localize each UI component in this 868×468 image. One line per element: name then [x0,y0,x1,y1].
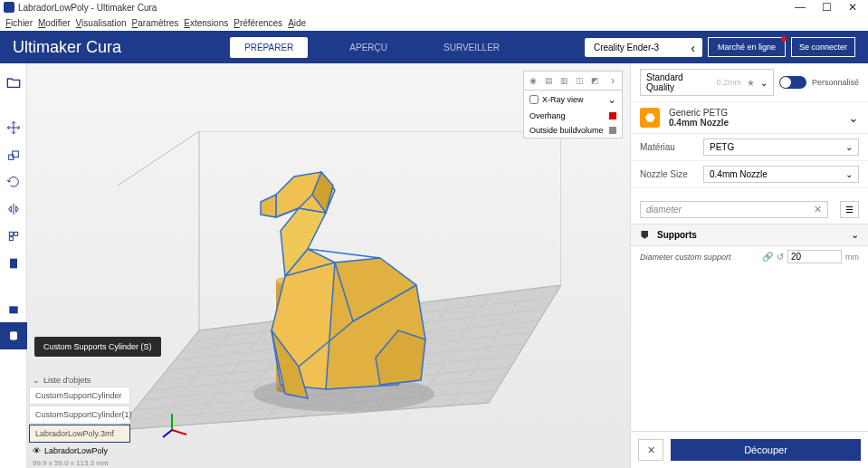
chevron-down-icon: ⌄ [845,142,853,152]
nozzle-label: Nozzle Size [640,169,696,179]
connect-button[interactable]: Se connecter [791,37,855,57]
xray-checkbox[interactable] [529,95,539,104]
list-item[interactable]: CustomSupportCylinder [29,387,130,405]
svg-rect-2 [9,232,13,235]
tooltip: Custom Supports Cylinder (S) [34,337,161,357]
view-type-xray-icon[interactable]: ▤ [542,74,555,87]
svg-rect-4 [9,237,13,241]
view-type-5-icon[interactable]: ◩ [588,74,601,87]
chevron-down-icon: ⌄ [851,229,859,241]
svg-line-55 [172,430,186,435]
custom-toggle-label: Personnalisé [812,78,859,87]
object-dimensions: 99.9 x 59.0 x 113.3 mm [29,458,130,468]
nozzle-dropdown[interactable]: 0.4mm Nozzle⌄ [703,166,859,183]
menu-settings[interactable]: Paramètres [132,18,179,28]
outside-label: Outside buildvolume [529,126,606,135]
list-item[interactable]: CustomSupportCylinder(1) [29,406,130,424]
supports-category[interactable]: ⛊ Supports ⌄ [631,224,868,246]
xray-label: X-Ray view [542,95,604,104]
overhang-label: Overhang [529,111,606,120]
chevron-down-icon: ⌄ [33,376,40,385]
rotate-tool[interactable] [0,168,27,196]
clear-search-icon[interactable]: ✕ [814,204,822,215]
diameter-input[interactable] [787,250,842,263]
svg-rect-5 [10,259,17,269]
settings-search-input[interactable] [640,201,828,218]
custom-support-cylinder-tool[interactable] [0,322,27,349]
scale-tool[interactable] [0,141,27,168]
maximize-icon[interactable]: ☐ [822,1,832,14]
slice-button[interactable]: Découper [671,439,861,461]
eye-icon[interactable]: 👁 [33,446,41,455]
menu-bar: Fichier Modifier Visualisation Paramètre… [0,14,868,31]
object-list-header[interactable]: ⌄ Liste d'objets [29,374,130,387]
svg-rect-6 [9,306,17,313]
recommended-settings-button[interactable]: ✕ [638,439,663,461]
chevron-down-icon: ⌄ [845,169,853,179]
material-expand-icon[interactable]: ⌄ [848,110,859,125]
window-title: LabradorLowPoly - Ultimaker Cura [18,3,795,13]
stage-preview[interactable]: APERÇU [335,37,402,58]
menu-file[interactable]: Fichier [5,18,33,28]
menu-view[interactable]: Visualisation [76,18,127,28]
svg-line-56 [163,430,172,437]
support-icon: ⛊ [640,230,650,241]
view-type-chevron-icon[interactable]: › [606,74,619,87]
move-tool[interactable] [0,114,27,141]
reset-icon[interactable]: ↺ [777,252,784,262]
chevron-down-icon[interactable]: ⌄ [607,93,616,106]
svg-line-11 [118,131,199,186]
view-type-layer-icon[interactable]: ▥ [558,74,570,87]
per-model-tool[interactable] [0,223,27,250]
view-options-panel: ◉ ▤ ▥ ◫ ◩ › X-Ray view ⌄ Overhang Outsid… [523,71,623,138]
labrador-model [261,172,425,398]
open-file-tool[interactable] [0,69,27,96]
custom-toggle[interactable] [779,76,806,89]
unit-label: mm [845,253,859,262]
star-icon: ★ [747,78,755,88]
chevron-down-icon: ⌄ [760,78,768,88]
menu-edit[interactable]: Modifier [38,18,71,28]
menu-help[interactable]: Aide [288,18,306,28]
profile-dropdown[interactable]: Standard Quality 0.2mm ★ ⌄ [640,69,774,96]
material-label: Matériau [640,142,696,152]
view-type-4-icon[interactable]: ◫ [573,74,586,87]
custom-support-cube-tool[interactable] [0,295,27,322]
viewport-3d[interactable]: ◉ ▤ ▥ ◫ ◩ › X-Ray view ⌄ Overhang Outsid… [27,63,630,468]
link-icon[interactable]: 🔗 [762,252,773,262]
extruder-icon: ⬣ [640,108,660,128]
menu-extensions[interactable]: Extensions [184,18,228,28]
support-blocker-tool[interactable] [0,250,27,277]
list-item[interactable]: LabradorLowPoly.3mf [29,425,130,443]
menu-preferences[interactable]: Préférences [234,18,282,28]
app-icon [4,2,14,13]
stage-prepare[interactable]: PRÉPARER [230,37,308,58]
stage-monitor[interactable]: SURVEILLER [429,37,514,58]
build-volume [118,131,561,439]
selected-object-name: 👁 LabradorLowPoly [29,444,130,458]
svg-rect-3 [14,232,18,235]
outside-color-swatch [609,127,616,134]
brand-logo: Ultimaker Cura [13,38,121,57]
material-dropdown[interactable]: PETG⌄ [703,138,859,156]
mirror-tool[interactable] [0,196,27,223]
view-type-solid-icon[interactable]: ◉ [527,74,539,87]
svg-marker-44 [261,195,276,217]
minimize-icon[interactable]: — [795,1,806,14]
material-summary: Generic PETG 0.4mm Nozzle [669,108,839,128]
setting-label: Diameter custom support [640,253,758,262]
settings-menu-icon[interactable]: ☰ [840,201,859,218]
overhang-color-swatch [609,112,616,119]
marketplace-button[interactable]: Marché en ligne [708,37,786,57]
notification-dot-icon [781,36,787,42]
printer-dropdown[interactable]: Creality Ender-3 [585,38,702,57]
close-icon[interactable]: ✕ [848,1,857,14]
